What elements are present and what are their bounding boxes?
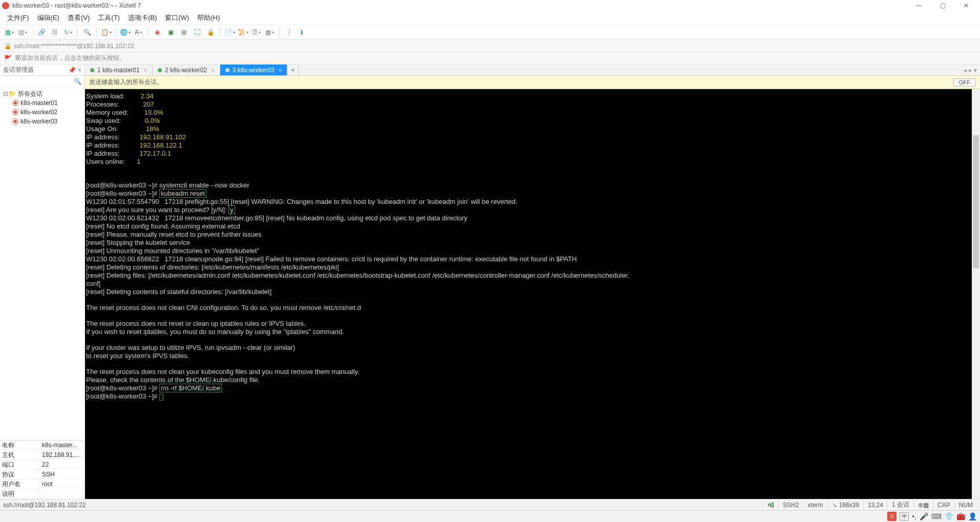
mem-value: 13.0% (144, 109, 163, 116)
panel-close-icon[interactable]: × (78, 67, 81, 74)
term-prompt: [root@k8s-worker03 ~]# (86, 384, 159, 392)
menu-window[interactable]: 窗口(W) (163, 12, 191, 24)
copy-button[interactable]: 📋▾ (100, 26, 112, 38)
session-manager-panel: 会话管理器 📌 × 🔍 ⊟ 📁 所有会话 k8s-master01 k8s-wo… (0, 65, 85, 499)
menu-file[interactable]: 文件(F) (5, 12, 31, 24)
ime-keyboard-icon[interactable]: ⌨ (931, 512, 942, 520)
menu-edit[interactable]: 编辑(E) (35, 12, 61, 24)
procs-value: 207 (143, 100, 154, 108)
tab-close-icon[interactable]: × (211, 67, 214, 73)
ime-mic-icon[interactable]: 🎤 (920, 512, 928, 520)
menu-tabs[interactable]: 选项卡(B) (126, 12, 159, 24)
tree-root-label: 所有会话 (18, 90, 43, 98)
term-line: The reset process does not clean your ku… (86, 368, 360, 375)
folder-icon: 📁 (8, 90, 16, 97)
ime-tool-icon[interactable]: 🧰 (956, 512, 965, 520)
tab-menu-icon[interactable]: ▾ (974, 67, 977, 74)
session-tabbar: 1 k8s-master01× 2 k8s-worker02× 3 k8s-wo… (85, 65, 980, 76)
tree-item[interactable]: k8s-worker03 (1, 117, 84, 126)
lock-icon: 🔒 (4, 43, 12, 50)
prop-proto-key: 协议 (0, 470, 40, 479)
hint-bar: 🚩 要添加当前会话，点击左侧的箭头按钮。 (0, 52, 980, 65)
session-icon (12, 109, 18, 115)
xagent-button[interactable]: ◉ (151, 26, 163, 38)
tree-item[interactable]: k8s-worker02 (1, 108, 84, 117)
term-line: W1230 02:01:57.554790 17218 preflight.go… (86, 198, 517, 205)
term-line: W1230 02:02:00.621432 17218 removeetcdme… (86, 214, 467, 222)
highlight-button[interactable]: ☰▾ (250, 26, 262, 38)
disconnect-button[interactable]: ⛓ (49, 26, 61, 38)
close-button[interactable]: ✕ (954, 0, 978, 11)
font-button[interactable]: A▾ (132, 26, 144, 38)
pin-icon[interactable]: 📌 (68, 67, 76, 74)
fullscreen-button[interactable]: ⛶ (191, 26, 203, 38)
usage-label: Usage On: (86, 125, 118, 133)
sys-load-label: System load: (86, 92, 124, 100)
term-prompt: [root@k8s-worker03 ~]# (86, 190, 159, 197)
window-title: k8s-worker03 - root@k8s-worker03:~ - Xsh… (12, 2, 141, 9)
reconnect-button[interactable]: ↻▾ (62, 26, 74, 38)
menu-view[interactable]: 查看(V) (66, 12, 92, 24)
xftp-button[interactable]: ▣ (164, 26, 177, 38)
help-button[interactable]: ❔ (282, 26, 295, 38)
menu-help[interactable]: 帮助(H) (195, 12, 222, 24)
term-line: Please, check the contents of the $HOME/… (86, 376, 260, 384)
session-icon (12, 100, 18, 106)
prop-user-val: root (40, 481, 85, 488)
broadcast-toggle-button[interactable]: OFF (953, 78, 976, 87)
terminal-view[interactable]: System load: 2.34 Processes: 207 Memory … (85, 89, 980, 499)
mem-label: Memory used: (86, 109, 128, 116)
scrollbar-thumb[interactable] (973, 135, 979, 268)
address-bar[interactable]: 🔒 ssh://root:***************@192.168.91.… (0, 40, 980, 52)
tree-item-label: k8s-worker02 (20, 109, 57, 116)
ime-skin-icon[interactable]: 👕 (945, 512, 953, 520)
maximize-button[interactable]: ▢ (931, 0, 954, 11)
session-search[interactable]: 🔍 (0, 76, 85, 87)
tab-close-icon[interactable]: × (144, 67, 147, 73)
minimize-button[interactable]: — (907, 0, 931, 11)
tab-master01[interactable]: 1 k8s-master01× (85, 65, 153, 75)
connect-button[interactable]: 🔗 (35, 26, 48, 38)
term-line: The reset process does not reset or clea… (86, 320, 306, 327)
usage-value: 18% (146, 125, 159, 133)
tab-next-icon[interactable]: ▸ (969, 67, 972, 74)
tree-item[interactable]: k8s-master01 (1, 98, 84, 108)
search-button[interactable]: 🔍 (81, 26, 93, 38)
tile-icon[interactable]: ▦ (923, 502, 929, 509)
menu-tools[interactable]: 工具(T) (96, 12, 122, 24)
ime-punct-icon[interactable]: •, (912, 512, 916, 520)
tab-worker03[interactable]: 3 k8s-worker03× (220, 65, 287, 75)
highlighted-cmd: kubeadm reset (159, 189, 206, 198)
ip2-value: 192.168.122.1 (140, 141, 182, 149)
layout-button[interactable]: ▦▾ (263, 26, 276, 38)
tab-close-icon[interactable]: × (279, 67, 282, 73)
ime-user-icon[interactable]: 👤 (968, 512, 977, 520)
new-session-button[interactable]: ▦▾ (3, 26, 15, 38)
globe-button[interactable]: 🌐▾ (119, 26, 131, 38)
tab-worker02[interactable]: 2 k8s-worker02× (153, 65, 220, 75)
tab-add-button[interactable]: + (287, 65, 299, 75)
status-ssh: SSH2 (778, 499, 803, 510)
ip1-label: IP address: (86, 133, 120, 141)
log-button[interactable]: 📄▾ (223, 26, 236, 38)
tile-button[interactable]: ⊞ (178, 26, 190, 38)
fullscreen-icon[interactable]: ⊕ (918, 502, 923, 509)
os-taskbar: S 中 •, 🎤 ⌨ 👕 🧰 👤 (0, 510, 980, 522)
ime-icon[interactable]: S (887, 512, 896, 521)
tree-item-label: k8s-master01 (20, 99, 58, 107)
tab-label: 2 k8s-worker02 (165, 67, 207, 74)
about-button[interactable]: ℹ (296, 26, 308, 38)
term-line: [reset] Deleting files: [/etc/kubernetes… (86, 272, 629, 279)
tree-root[interactable]: ⊟ 📁 所有会话 (1, 89, 84, 98)
prop-host-val: 192.168.91.... (40, 451, 85, 459)
tab-label: 3 k8s-worker03 (233, 67, 275, 74)
open-session-button[interactable]: ▤▾ (16, 26, 29, 38)
session-tree: ⊟ 📁 所有会话 k8s-master01 k8s-worker02 k8s-w… (0, 87, 85, 440)
users-label: Users online: (86, 158, 125, 165)
script-button[interactable]: 📜▾ (237, 26, 249, 38)
lock-button[interactable]: 🔒 (204, 26, 217, 38)
tab-prev-icon[interactable]: ◂ (964, 67, 967, 74)
ime-lang-icon[interactable]: 中 (900, 512, 909, 520)
ip3-label: IP address: (86, 150, 120, 157)
terminal-scrollbar[interactable] (972, 89, 980, 499)
